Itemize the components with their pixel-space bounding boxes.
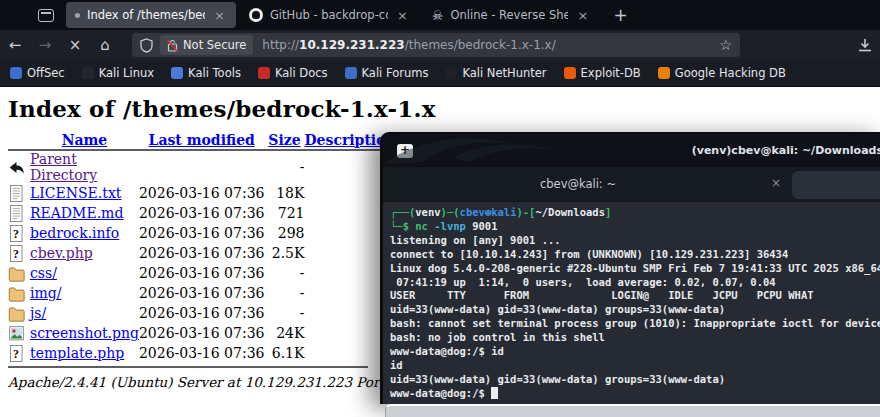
image-icon [8,324,25,343]
last-modified: 2026-03-16 07:36 [139,243,265,263]
terminal-tab-close-icon[interactable]: × [771,176,781,190]
file-link[interactable]: js/ [30,305,46,321]
skull-favicon: ☠ [432,9,444,22]
file-link[interactable]: bedrock.info [30,225,119,241]
browser-tab[interactable]: ☠Online - Reverse Shell Ge× [423,2,600,28]
browser-tab[interactable]: Index of /themes/bedrock× [66,2,236,28]
dot-favicon [75,13,80,18]
bookmark-label: Google Hacking DB [675,66,786,80]
terminal-cursor [491,387,498,399]
tab-close-icon[interactable]: × [575,8,590,23]
github-favicon [249,8,263,22]
back-button[interactable]: ← [0,36,30,54]
terminal-titlebar[interactable]: + (venv)cbev@kali: ~/Downloads [383,134,880,167]
file-link[interactable]: img/ [30,285,61,301]
tab-close-icon[interactable]: × [212,8,227,23]
bookmark-label: Exploit-DB [581,66,641,80]
file-link[interactable]: css/ [30,265,57,281]
terminal-output[interactable]: ┌──(venv)─(cbev⊛kali)-[~/Downloads]└─$ n… [383,202,880,401]
kali-forums-icon [345,67,357,79]
bookmark-star-icon[interactable]: ☆ [719,37,732,53]
terminal-line: uid=33(www-data) gid=33(www-data) groups… [390,373,880,387]
browser-tab-bar: Index of /themes/bedrock×GitHub - backdr… [0,0,880,30]
divider [8,366,368,368]
kali-linux-icon [82,67,94,79]
bookmarks-bar: OffSecKali LinuxKali ToolsKali DocsKali … [0,60,880,87]
tab-close-icon[interactable]: × [395,8,410,23]
kali-nethunter-icon [445,67,457,79]
url-text: http://10.129.231.223/themes/bedrock-1.x… [262,38,555,52]
bookmark-item[interactable]: Kali NetHunter [445,66,546,80]
table-row: css/2026-03-16 07:36- [8,263,396,283]
file-link[interactable]: Parent Directory [30,151,97,183]
bookmark-item[interactable]: OffSec [10,66,65,80]
bookmark-item[interactable]: Google Hacking DB [658,66,786,80]
exploit-db-icon [564,67,576,79]
file-link[interactable]: screenshot.png [30,325,139,341]
text-icon [8,184,25,203]
bookmark-label: Kali Tools [188,66,241,80]
url-bar[interactable]: Not Secure http://10.129.231.223/themes/… [132,33,740,57]
svg-text:?: ? [13,226,19,240]
bookmark-item[interactable]: Kali Tools [171,66,241,80]
screen: Index of /themes/bedrock×GitHub - backdr… [0,0,880,417]
bookmark-label: Kali Docs [275,66,328,80]
file-link[interactable]: template.php [30,345,124,361]
unknown-icon: ? [8,224,25,243]
text-icon [8,204,25,223]
file-link[interactable]: README.md [30,205,123,221]
folder-icon [8,304,25,323]
terminal-line: www-data@dog:/$ [390,387,880,401]
terminal-line: bash: cannot set terminal process group … [390,317,880,331]
folder-icon [8,264,25,283]
icon-column-header [8,130,30,150]
terminal-tab-active[interactable] [792,171,880,199]
terminal-line: connect to [10.10.14.243] from (UNKNOWN)… [390,248,880,262]
bookmark-label: Kali Linux [99,66,154,80]
bookmark-item[interactable]: Exploit-DB [564,66,641,80]
file-link[interactable]: cbev.php [30,245,93,261]
stop-button[interactable]: × [60,36,90,54]
file-link[interactable]: LICENSE.txt [30,185,121,201]
column-header: Last modified [139,130,265,150]
last-modified: 2026-03-16 07:36 [139,203,265,223]
bookmark-item[interactable]: Kali Docs [258,66,328,80]
bookmark-label: OffSec [27,66,65,80]
tab-title: Index of /themes/bedrock [87,8,205,22]
tab-title: Online - Reverse Shell Ge [450,8,568,22]
directory-listing-table: NameLast modifiedSizeDescription Parent … [8,130,396,363]
new-tab-button[interactable]: + [603,5,637,25]
terminal-window: + (venv)cbev@kali: ~/Downloads cbev@kali… [380,132,880,404]
terminal-line: id [390,359,880,373]
bookmark-item[interactable]: Kali Linux [82,66,154,80]
home-button[interactable]: ⌂ [90,36,120,54]
terminal-line: Linux dog 5.4.0-208-generic #228-Ubuntu … [390,262,880,276]
table-row: README.md2026-03-16 07:36721 [8,203,396,223]
table-row: js/2026-03-16 07:36- [8,303,396,323]
terminal-window-title: (venv)cbev@kali: ~/Downloads [692,144,880,157]
security-chip[interactable]: Not Secure [160,35,253,55]
file-size: - [264,150,304,183]
folder-icon [8,284,25,303]
column-header-link[interactable]: Size [268,132,300,148]
shield-icon[interactable] [140,38,153,53]
column-header-link[interactable]: Last modified [149,132,255,148]
last-modified [139,150,265,183]
browser-tab[interactable]: GitHub - backdrop-contri× [240,2,419,28]
terminal-line: ┌──(venv)─(cbev⊛kali)-[~/Downloads] [390,206,880,220]
last-modified: 2026-03-16 07:36 [139,303,265,323]
terminal-tab-bar: cbev@kali: ~ × [383,167,880,202]
kali-dragon-watermark [383,134,583,167]
last-modified: 2026-03-16 07:36 [139,283,265,303]
file-size: 6.1K [264,343,304,363]
table-row: ?template.php2026-03-16 07:366.1K [8,343,396,363]
bookmark-item[interactable]: Kali Forums [345,66,429,80]
file-size: 2.5K [264,243,304,263]
terminal-tab[interactable]: cbev@kali: ~ [383,177,773,191]
terminal-line: 07:41:19 up 1:14, 0 users, load average:… [390,276,880,290]
column-header-link[interactable]: Name [62,132,108,148]
firefox-view-icon[interactable] [38,9,54,22]
downloads-icon[interactable] [856,37,874,54]
back-icon [8,158,25,177]
forward-button[interactable]: → [30,36,60,54]
